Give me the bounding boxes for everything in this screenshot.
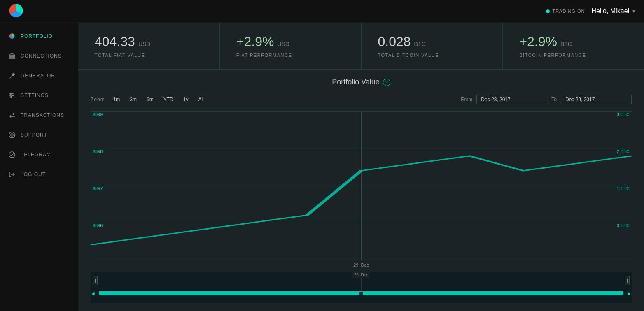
sidebar-item-generator[interactable]: GENERATOR xyxy=(0,66,78,85)
logout-icon xyxy=(8,171,16,178)
svg-rect-3 xyxy=(12,56,12,58)
stat-fiat-unit: USD xyxy=(138,41,151,47)
stat-btc-perf: +2.9% BTC BITCOIN PERFORMANCE xyxy=(503,23,644,69)
chart-title: Portfolio Value ? xyxy=(332,78,390,86)
stat-btc-perf-unit: BTC xyxy=(560,41,572,47)
sidebar-item-logout-label: LOG OUT xyxy=(21,172,46,177)
svg-point-13 xyxy=(9,152,15,158)
sidebar-item-portfolio-label: PORTFOLIO xyxy=(21,33,53,39)
nav-scroll-bar[interactable]: ◀ ▶ xyxy=(91,290,632,296)
stat-fiat-label: TOTAL FIAT VALUE xyxy=(95,53,203,58)
sidebar-item-telegram-label: TELEGRAM xyxy=(21,152,51,158)
stat-btc-perf-label: BITCOIN PERFORMANCE xyxy=(519,53,628,58)
chart-title-text: Portfolio Value xyxy=(332,78,380,86)
zoom-label: Zoom xyxy=(91,97,105,102)
zoom-controls: Zoom 1m 3m 6m YTD 1y All From To xyxy=(91,95,632,104)
user-area: TRADING ON Hello, Mikael ▼ xyxy=(546,7,636,15)
main-content: 404.33 USD TOTAL FIAT VALUE +2.9% USD FI… xyxy=(78,23,644,311)
to-label: To xyxy=(551,97,557,102)
stat-total-fiat: 404.33 USD TOTAL FIAT VALUE xyxy=(78,23,220,69)
support-icon xyxy=(8,131,16,139)
stats-row: 404.33 USD TOTAL FIAT VALUE +2.9% USD FI… xyxy=(78,23,644,70)
stat-fiat-perf-unit: USD xyxy=(277,41,289,47)
sidebar-item-connections[interactable]: CONNECTIONS xyxy=(0,46,78,65)
user-greeting[interactable]: Hello, Mikael ▼ xyxy=(592,7,636,15)
trading-dot xyxy=(546,9,550,13)
zoom-ytd[interactable]: YTD xyxy=(162,96,175,103)
svg-point-8 xyxy=(10,93,12,95)
chart-grid: $399 3 BTC $398 2 BTC $397 1 BTC $396 0 … xyxy=(91,111,632,260)
stat-btc-label: TOTAL BITCOIN VALUE xyxy=(378,53,486,58)
nav-scroll-thumb[interactable] xyxy=(359,292,363,295)
chart-title-row: Portfolio Value ? xyxy=(91,78,632,86)
sidebar: PORTFOLIO CONNECTIONS GENE xyxy=(0,23,78,311)
wrench-icon xyxy=(8,72,16,79)
sidebar-item-logout[interactable]: LOG OUT xyxy=(0,165,78,184)
stat-btc-unit: BTC xyxy=(414,41,426,47)
help-icon[interactable]: ? xyxy=(383,79,390,86)
chevron-down-icon: ▼ xyxy=(632,9,636,14)
zoom-left: Zoom 1m 3m 6m YTD 1y All xyxy=(91,96,205,103)
sidebar-item-settings-label: SETTINGS xyxy=(21,93,49,98)
svg-point-10 xyxy=(11,97,12,98)
from-date-input[interactable] xyxy=(476,95,547,104)
stat-btc-number-value: 0.028 BTC xyxy=(378,34,486,49)
svg-rect-4 xyxy=(13,56,14,58)
sidebar-item-transactions[interactable]: TRANSACTIONS xyxy=(0,106,78,125)
chart-navigator[interactable]: 29. Dec ◀ xyxy=(91,272,632,303)
nav-arrow-left-icon[interactable]: ◀ xyxy=(91,291,95,296)
greeting-text: Hello, Mikael xyxy=(592,7,630,15)
sidebar-item-portfolio[interactable]: PORTFOLIO xyxy=(0,27,78,46)
stat-fiat-perf: +2.9% USD FIAT PERFORMANCE xyxy=(220,23,362,69)
zoom-1m[interactable]: 1m xyxy=(112,96,122,103)
svg-point-12 xyxy=(11,134,13,136)
x-axis-label: 29. Dec xyxy=(91,260,632,270)
logo xyxy=(8,3,24,20)
chart-divider xyxy=(91,108,632,108)
zoom-6m[interactable]: 6m xyxy=(145,96,155,103)
trading-status: TRADING ON xyxy=(546,9,585,14)
nav-handle-left-bar xyxy=(95,279,96,283)
sidebar-item-settings[interactable]: SETTINGS xyxy=(0,86,78,105)
nav-date-label: 29. Dec xyxy=(352,272,370,278)
svg-point-11 xyxy=(9,132,15,138)
stat-fiat-value: 404.33 USD xyxy=(95,34,203,49)
top-nav: TRADING ON Hello, Mikael ▼ xyxy=(0,0,644,23)
nav-handle-right-bar xyxy=(627,279,628,283)
trading-label: TRADING ON xyxy=(552,9,585,14)
stat-fiat-perf-value: +2.9% USD xyxy=(236,34,345,49)
stat-btc-perf-value: +2.9% BTC xyxy=(519,34,628,49)
stat-btc-perf-number: +2.9% xyxy=(519,34,557,49)
sidebar-item-support-label: SUPPORT xyxy=(21,132,47,138)
svg-rect-2 xyxy=(10,56,11,58)
zoom-1y[interactable]: 1y xyxy=(182,96,190,103)
sidebar-item-support[interactable]: SUPPORT xyxy=(0,125,78,144)
pie-chart-icon xyxy=(8,32,16,40)
from-label: From xyxy=(461,97,472,102)
stat-fiat-number: 404.33 xyxy=(95,34,135,49)
nav-handle-right[interactable] xyxy=(625,276,630,285)
stat-fiat-perf-label: FIAT PERFORMANCE xyxy=(236,53,345,58)
sliders-icon xyxy=(8,92,16,99)
nav-scroll-track[interactable] xyxy=(99,291,623,295)
telegram-icon xyxy=(8,151,16,158)
sidebar-item-generator-label: GENERATOR xyxy=(21,73,55,79)
x-label-text: 29. Dec xyxy=(353,262,369,267)
exchange-icon xyxy=(8,111,16,119)
stat-fiat-perf-number: +2.9% xyxy=(236,34,274,49)
chart-wrapper: $399 3 BTC $398 2 BTC $397 1 BTC $396 0 … xyxy=(91,111,632,303)
sidebar-item-transactions-label: TRANSACTIONS xyxy=(21,112,64,118)
chart-section: Portfolio Value ? Zoom 1m 3m 6m YTD 1y A… xyxy=(78,70,644,311)
layout: PORTFOLIO CONNECTIONS GENE xyxy=(0,23,644,311)
sidebar-item-connections-label: CONNECTIONS xyxy=(21,53,62,59)
nav-arrow-right-icon[interactable]: ▶ xyxy=(628,291,631,296)
nav-handle-left[interactable] xyxy=(93,276,98,285)
stat-btc-number: 0.028 xyxy=(378,34,411,49)
bank-icon xyxy=(8,52,16,60)
date-range: From To xyxy=(461,95,632,104)
zoom-all[interactable]: All xyxy=(196,96,205,103)
to-date-input[interactable] xyxy=(561,95,632,104)
stat-btc-value: 0.028 BTC TOTAL BITCOIN VALUE xyxy=(362,23,503,69)
sidebar-item-telegram[interactable]: TELEGRAM xyxy=(0,145,78,164)
zoom-3m[interactable]: 3m xyxy=(128,96,138,103)
